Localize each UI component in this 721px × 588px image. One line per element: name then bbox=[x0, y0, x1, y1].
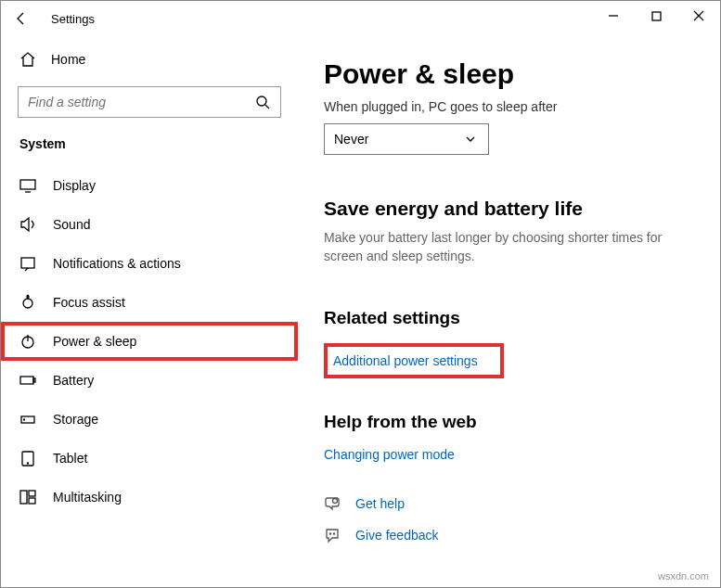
focus-icon bbox=[19, 294, 36, 311]
plugged-label: When plugged in, PC goes to sleep after bbox=[324, 99, 692, 114]
nav-label: Battery bbox=[53, 373, 94, 388]
sidebar-item-storage[interactable]: Storage bbox=[1, 400, 298, 439]
sidebar: Home System Display Sound Notifications … bbox=[1, 36, 298, 587]
sidebar-item-multitasking[interactable]: Multitasking bbox=[1, 478, 298, 517]
nav-label: Notifications & actions bbox=[53, 256, 181, 271]
battery-icon bbox=[19, 372, 36, 389]
sidebar-item-battery[interactable]: Battery bbox=[1, 361, 298, 400]
sidebar-item-sound[interactable]: Sound bbox=[1, 205, 298, 244]
storage-icon bbox=[19, 411, 36, 428]
svg-point-15 bbox=[333, 499, 338, 504]
svg-rect-12 bbox=[20, 491, 27, 504]
nav-label: Tablet bbox=[53, 451, 87, 466]
sidebar-item-focus[interactable]: Focus assist bbox=[1, 283, 298, 322]
chevron-down-icon bbox=[462, 131, 479, 147]
link-text: Give feedback bbox=[355, 528, 439, 543]
feedback-icon bbox=[324, 527, 341, 543]
nav-label: Power & sleep bbox=[53, 334, 136, 349]
notifications-icon bbox=[19, 255, 36, 272]
minimize-button[interactable] bbox=[592, 1, 635, 31]
close-button[interactable] bbox=[677, 1, 720, 31]
sidebar-item-power-sleep[interactable]: Power & sleep bbox=[1, 322, 298, 361]
watermark: wsxdn.com bbox=[658, 570, 709, 582]
home-icon bbox=[19, 51, 36, 68]
help-icon bbox=[324, 495, 341, 512]
search-input[interactable] bbox=[18, 86, 281, 118]
nav-label: Focus assist bbox=[53, 295, 125, 310]
get-help-link[interactable]: Get help bbox=[324, 495, 692, 512]
svg-rect-2 bbox=[20, 180, 35, 189]
svg-point-1 bbox=[257, 96, 266, 106]
page-title: Power & sleep bbox=[324, 58, 692, 90]
back-button[interactable] bbox=[14, 11, 47, 26]
svg-rect-13 bbox=[29, 491, 35, 496]
sleep-dropdown[interactable]: Never bbox=[324, 123, 489, 155]
svg-point-11 bbox=[27, 463, 28, 464]
nav-label: Display bbox=[53, 178, 96, 193]
give-feedback-link[interactable]: Give feedback bbox=[324, 527, 692, 543]
nav-label: Storage bbox=[53, 412, 98, 427]
link-text: Get help bbox=[355, 496, 405, 511]
display-icon bbox=[19, 177, 36, 194]
svg-point-4 bbox=[23, 299, 32, 308]
dropdown-value: Never bbox=[334, 132, 368, 147]
power-icon bbox=[19, 333, 36, 350]
home-nav[interactable]: Home bbox=[1, 44, 298, 75]
nav-label: Sound bbox=[53, 217, 90, 232]
help-heading: Help from the web bbox=[324, 412, 692, 432]
changing-power-link[interactable]: Changing power mode bbox=[324, 447, 692, 462]
svg-rect-7 bbox=[33, 378, 35, 382]
window-title: Settings bbox=[51, 12, 95, 26]
home-label: Home bbox=[51, 52, 85, 67]
sound-icon bbox=[19, 216, 36, 233]
search-icon bbox=[254, 94, 271, 110]
highlight-box: Additional power settings bbox=[324, 343, 504, 378]
content-pane: Power & sleep When plugged in, PC goes t… bbox=[298, 36, 720, 587]
sidebar-item-display[interactable]: Display bbox=[1, 166, 298, 205]
svg-point-9 bbox=[24, 419, 25, 420]
search-field[interactable] bbox=[28, 95, 251, 109]
additional-power-link[interactable]: Additional power settings bbox=[333, 353, 478, 368]
nav-label: Multitasking bbox=[53, 490, 122, 505]
svg-rect-14 bbox=[29, 498, 35, 504]
maximize-button[interactable] bbox=[635, 1, 677, 31]
related-heading: Related settings bbox=[324, 308, 692, 328]
sidebar-item-notifications[interactable]: Notifications & actions bbox=[1, 244, 298, 283]
energy-desc: Make your battery last longer by choosin… bbox=[324, 229, 676, 265]
multitasking-icon bbox=[19, 489, 36, 505]
svg-rect-6 bbox=[20, 377, 33, 384]
svg-point-17 bbox=[333, 533, 334, 534]
svg-rect-3 bbox=[21, 258, 34, 268]
energy-heading: Save energy and battery life bbox=[324, 198, 692, 220]
sidebar-item-tablet[interactable]: Tablet bbox=[1, 439, 298, 478]
section-label: System bbox=[1, 136, 298, 166]
svg-point-16 bbox=[329, 533, 330, 534]
tablet-icon bbox=[19, 450, 36, 467]
svg-rect-0 bbox=[652, 12, 661, 20]
